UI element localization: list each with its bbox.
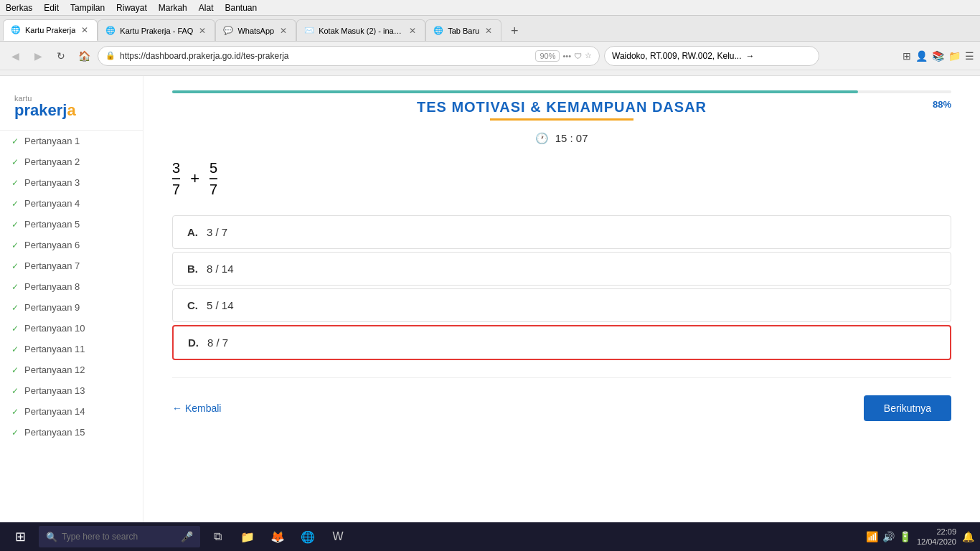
tab-favicon-3: 💬: [223, 26, 233, 36]
menu-markah[interactable]: Markah: [159, 3, 187, 13]
sidebar-item-13[interactable]: ✓ Pertanyaan 13: [0, 380, 143, 401]
notification-icon[interactable]: 🔔: [962, 531, 974, 542]
plus-sign: +: [190, 169, 199, 188]
menu-icon[interactable]: ☰: [965, 50, 974, 62]
extensions-icon[interactable]: ⊞: [903, 50, 911, 62]
menu-tampilan[interactable]: Tampilan: [70, 3, 105, 13]
tab-close-2[interactable]: ✕: [197, 26, 207, 36]
sidebar-item-1[interactable]: ✓ Pertanyaan 1: [0, 131, 143, 151]
sidebar-label-6: Pertanyaan 6: [24, 240, 80, 250]
sidebar-item-14[interactable]: ✓ Pertanyaan 14: [0, 401, 143, 422]
option-b[interactable]: B. 8 / 14: [172, 252, 951, 286]
tab-kotak-masuk[interactable]: ✉️ Kotak Masuk (2) - inaseven70... ✕: [296, 19, 425, 41]
sidebar-item-11[interactable]: ✓ Pertanyaan 11: [0, 339, 143, 359]
tab-label-2: Kartu Prakerja - FAQ: [120, 27, 193, 35]
back-button[interactable]: ← Kembali: [172, 402, 221, 414]
clock-display[interactable]: 22:09 12/04/2020: [917, 527, 956, 547]
sidebar-item-4[interactable]: ✓ Pertanyaan 4: [0, 193, 143, 214]
option-d-text: 8 / 7: [207, 336, 228, 349]
account-icon[interactable]: 👤: [915, 50, 928, 62]
menu-berkas[interactable]: Berkas: [6, 3, 32, 13]
network-icon[interactable]: 📶: [866, 531, 878, 542]
sidebar-item-8[interactable]: ✓ Pertanyaan 8: [0, 276, 143, 297]
shield-icon: 🛡: [574, 52, 582, 60]
search-input[interactable]: [62, 532, 176, 542]
location-text: Waidoko, RT.009, RW.002, Kelu...: [612, 51, 742, 61]
tabbar: 🌐 Kartu Prakerja ✕ 🌐 Kartu Prakerja - FA…: [0, 16, 980, 42]
menu-bantuan[interactable]: Bantuan: [225, 3, 257, 13]
test-title: TES MOTIVASI & KEMAMPUAN DASAR: [172, 99, 951, 116]
tab-favicon-5: 🌐: [433, 26, 443, 36]
sidebar-label-15: Pertanyaan 15: [24, 427, 85, 438]
sidebar-item-15[interactable]: ✓ Pertanyaan 15: [0, 422, 143, 443]
next-button[interactable]: Berikutnya: [864, 395, 951, 421]
forward-button[interactable]: ▶: [29, 47, 47, 65]
sidebar-item-12[interactable]: ✓ Pertanyaan 12: [0, 359, 143, 380]
firefox-button[interactable]: 🦊: [265, 524, 291, 550]
sidebar-label-13: Pertanyaan 13: [24, 385, 85, 396]
task-view-button[interactable]: ⧉: [204, 524, 230, 550]
sidebar-item-7[interactable]: ✓ Pertanyaan 7: [0, 255, 143, 276]
browser-button[interactable]: 🌐: [295, 524, 321, 550]
collections-icon[interactable]: 📁: [948, 50, 961, 62]
fraction-2: 5 7: [209, 159, 217, 198]
numerator-1: 3: [172, 159, 180, 179]
sidebar-icon[interactable]: 📚: [932, 50, 944, 62]
option-b-text: 8 / 14: [207, 263, 234, 275]
start-button[interactable]: ⊞: [6, 524, 34, 550]
sidebar-item-5[interactable]: ✓ Pertanyaan 5: [0, 214, 143, 235]
main-wrapper: kartu prakerja ✓ Pertanyaan 1 ✓ Pertanya…: [0, 76, 980, 528]
option-a[interactable]: A. 3 / 7: [172, 215, 951, 249]
sidebar-label-2: Pertanyaan 2: [24, 156, 80, 167]
check-icon-6: ✓: [11, 240, 19, 250]
sidebar-label-9: Pertanyaan 9: [24, 302, 80, 313]
tab-close-5[interactable]: ✕: [484, 26, 494, 36]
search-bar[interactable]: 🔍 🎤: [39, 526, 200, 547]
logo: kartu prakerja: [14, 95, 128, 118]
volume-icon[interactable]: 🔊: [882, 531, 895, 542]
progress-label: 88%: [933, 99, 951, 110]
sidebar-item-6[interactable]: ✓ Pertanyaan 6: [0, 235, 143, 255]
address-box[interactable]: 🔒 https://dashboard.prakerja.go.id/tes-p…: [98, 46, 600, 66]
back-button[interactable]: ◀: [6, 47, 24, 65]
sidebar-item-3[interactable]: ✓ Pertanyaan 3: [0, 172, 143, 193]
check-icon-3: ✓: [11, 178, 19, 188]
menubar: Berkas Edit Tampilan Riwayat Markah Alat…: [0, 0, 980, 16]
menu-edit[interactable]: Edit: [44, 3, 59, 13]
check-icon-4: ✓: [11, 199, 19, 209]
new-tab-button[interactable]: +: [504, 21, 524, 41]
taskbar: ⊞ 🔍 🎤 ⧉ 📁 🦊 🌐 W 📶 🔊 🔋 22:09 12/04/2020 🔔: [0, 522, 980, 551]
progress-bar-fill: [172, 90, 858, 93]
option-c[interactable]: C. 5 / 14: [172, 288, 951, 322]
ellipsis-icon[interactable]: •••: [562, 52, 571, 60]
tab-close-3[interactable]: ✕: [278, 26, 288, 36]
check-icon-9: ✓: [11, 303, 19, 313]
title-underline: [490, 118, 633, 121]
menu-alat[interactable]: Alat: [199, 3, 214, 13]
sidebar-item-9[interactable]: ✓ Pertanyaan 9: [0, 297, 143, 318]
home-button[interactable]: 🏠: [75, 47, 93, 65]
sidebar-item-2[interactable]: ✓ Pertanyaan 2: [0, 151, 143, 172]
sidebar-label-8: Pertanyaan 8: [24, 281, 80, 292]
star-icon[interactable]: ☆: [585, 51, 592, 60]
tab-label-5: Tab Baru: [448, 27, 479, 35]
mic-icon[interactable]: 🎤: [181, 531, 193, 542]
menu-riwayat[interactable]: Riwayat: [116, 3, 147, 13]
word-button[interactable]: W: [325, 524, 351, 550]
tab-kartu-prakerja-faq[interactable]: 🌐 Kartu Prakerja - FAQ ✕: [98, 19, 215, 41]
tab-close-1[interactable]: ✕: [80, 25, 90, 35]
reload-button[interactable]: ↻: [52, 47, 70, 65]
file-explorer-button[interactable]: 📁: [235, 524, 260, 550]
tab-kartu-prakerja[interactable]: 🌐 Kartu Prakerja ✕: [3, 19, 98, 41]
check-icon-13: ✓: [11, 386, 19, 396]
battery-icon[interactable]: 🔋: [899, 531, 911, 542]
sidebar-label-4: Pertanyaan 4: [24, 198, 80, 209]
option-d[interactable]: D. 8 / 7: [172, 325, 951, 360]
addressbar: ◀ ▶ ↻ 🏠 🔒 https://dashboard.prakerja.go.…: [0, 42, 980, 70]
tab-label-1: Kartu Prakerja: [25, 26, 75, 34]
logo-main: prakerja: [14, 103, 128, 118]
tab-tab-baru[interactable]: 🌐 Tab Baru ✕: [425, 19, 501, 41]
tab-close-4[interactable]: ✕: [407, 26, 418, 36]
sidebar-item-10[interactable]: ✓ Pertanyaan 10: [0, 318, 143, 339]
tab-whatsapp[interactable]: 💬 WhatsApp ✕: [215, 19, 296, 41]
